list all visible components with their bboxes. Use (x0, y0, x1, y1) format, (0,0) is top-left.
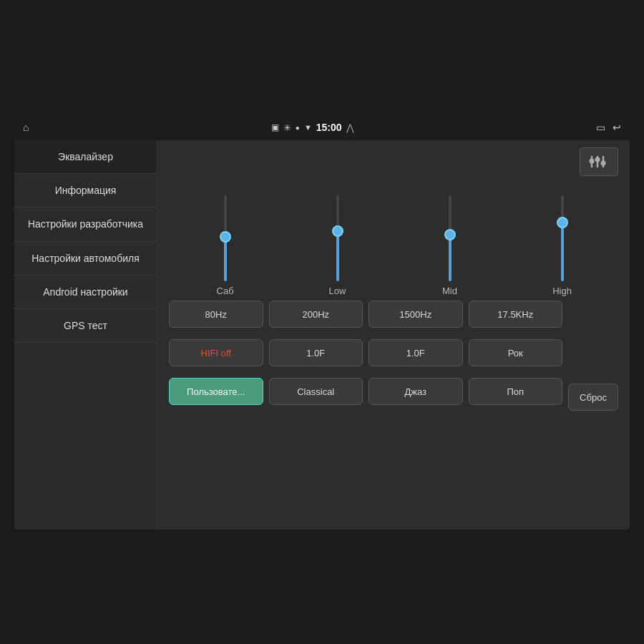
sidebar-item-dev-settings[interactable]: Настройки разработчика (14, 208, 157, 241)
eq-icon-button[interactable] (580, 147, 618, 176)
btn-175khz[interactable]: 17.5KHz (469, 301, 563, 328)
status-bar-left: ⌂ (23, 122, 29, 133)
status-time: 15:00 (316, 122, 342, 133)
sliders-area: Саб Low Mid (169, 182, 618, 296)
sidebar-item-equalizer[interactable]: Эквалайзер (14, 140, 157, 174)
dot-icon: ● (296, 124, 300, 132)
cast-icon: ▣ (271, 122, 279, 132)
buttons-and-reset: 80Hz 200Hz 1500Hz 17.5KHz (169, 301, 618, 411)
btn-user-preset[interactable]: Пользовате... (169, 378, 263, 405)
btn-1of-2[interactable]: 1.0F (369, 339, 463, 366)
btn-1500hz[interactable]: 1500Hz (369, 301, 463, 328)
btn-200hz[interactable]: 200Hz (269, 301, 364, 328)
slider-label-cab: Саб (216, 286, 233, 296)
back-icon[interactable]: ↩ (613, 122, 621, 133)
signal-icon: ▼ (304, 123, 312, 132)
device-frame: ⌂ ▣ ✳ ● ▼ 15:00 ⋀ ▭ ↩ Эквалайзер Информа… (14, 114, 630, 530)
slider-label-high: High (552, 286, 572, 296)
slider-col-low: Low (313, 195, 363, 296)
buttons-main: 80Hz 200Hz 1500Hz 17.5KHz (169, 301, 562, 411)
reset-button[interactable]: Сброс (568, 384, 618, 411)
slider-track-high[interactable] (561, 195, 564, 281)
equalizer-icon (589, 154, 609, 170)
slider-label-low: Low (329, 286, 346, 296)
slider-track-mid[interactable] (449, 195, 452, 281)
status-bar-right: ▭ ↩ (596, 122, 621, 133)
main-area: Эквалайзер Информация Настройки разработ… (14, 140, 630, 530)
slider-col-high: High (537, 195, 587, 296)
slider-label-mid: Mid (442, 286, 457, 296)
btn-pop[interactable]: Поп (469, 378, 563, 405)
slider-track-low[interactable] (336, 195, 339, 281)
btn-rok[interactable]: Рок (469, 339, 563, 366)
chevron-icon: ⋀ (346, 122, 354, 133)
svg-point-5 (601, 161, 606, 166)
recents-icon[interactable]: ▭ (596, 122, 605, 133)
btn-classical[interactable]: Classical (269, 378, 364, 405)
sidebar-item-gps-test[interactable]: GPS тест (14, 309, 157, 343)
freq-btn-row: 80Hz 200Hz 1500Hz 17.5KHz (169, 301, 562, 328)
row3-btn-row: Пользовате... Classical Джаз Поп (169, 378, 562, 405)
slider-track-cab[interactable] (224, 195, 227, 281)
btn-1of-1[interactable]: 1.0F (269, 339, 364, 366)
sidebar-item-car-settings[interactable]: Настройки автомобиля (14, 242, 157, 275)
home-icon[interactable]: ⌂ (23, 122, 29, 133)
eq-panel: Саб Low Mid (157, 140, 630, 530)
sidebar-item-android-settings[interactable]: Android настройки (14, 275, 157, 309)
slider-col-cab: Саб (200, 195, 250, 296)
btn-jazz[interactable]: Джаз (369, 378, 463, 405)
svg-point-4 (595, 157, 600, 162)
slider-col-mid: Mid (425, 195, 475, 296)
row2-btn-row: HIFI off 1.0F 1.0F Рок (169, 339, 562, 366)
status-bar-center: ▣ ✳ ● ▼ 15:00 ⋀ (271, 122, 354, 133)
svg-point-3 (590, 159, 595, 164)
btn-80hz[interactable]: 80Hz (169, 301, 263, 328)
reset-col: Сброс (568, 384, 618, 411)
btn-hifi-off[interactable]: HIFI off (169, 339, 263, 366)
bluetooth-icon: ✳ (283, 122, 291, 133)
status-bar: ⌂ ▣ ✳ ● ▼ 15:00 ⋀ ▭ ↩ (14, 114, 630, 140)
eq-top-row (169, 147, 618, 176)
sidebar-item-info[interactable]: Информация (14, 174, 157, 208)
sidebar: Эквалайзер Информация Настройки разработ… (14, 140, 157, 530)
